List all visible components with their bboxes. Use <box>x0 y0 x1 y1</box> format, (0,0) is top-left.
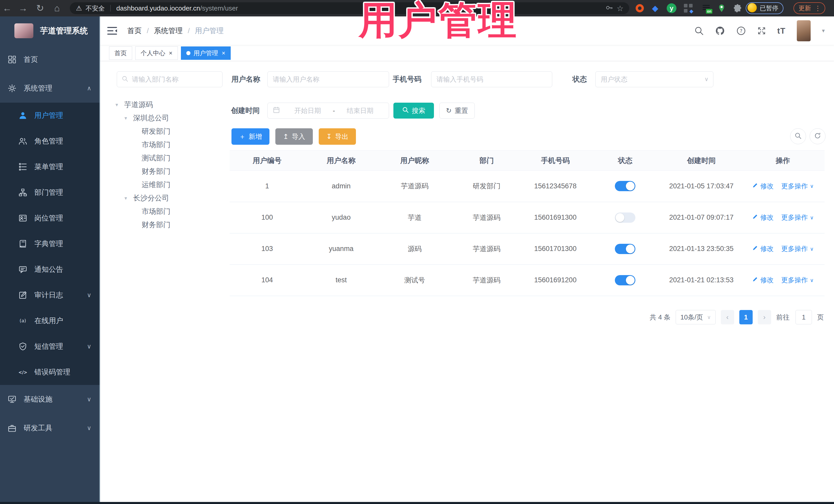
adblock-on-ext[interactable]: on <box>701 3 712 14</box>
date-range-picker[interactable]: 开始日期 - 结束日期 <box>267 103 389 118</box>
cell-user-id: 100 <box>230 202 305 233</box>
view-tab[interactable]: 个人中心 × <box>135 46 178 60</box>
refresh-button[interactable] <box>810 128 826 144</box>
tree-caret-icon[interactable]: ▾ <box>125 195 133 201</box>
bookmark-star-icon[interactable]: ☆ <box>617 4 623 13</box>
tree-node[interactable]: ▾ 财务部门 <box>115 218 223 232</box>
breadcrumb-item[interactable]: 系统管理 <box>154 26 195 36</box>
tree-node[interactable]: ▾ 市场部门 <box>115 205 223 218</box>
address-bar[interactable]: ⚠ 不安全 dashboard.yudao.iocoder.cn/system/… <box>70 2 629 14</box>
dev-tools-icon <box>8 424 17 432</box>
hamburger-icon[interactable] <box>107 26 117 35</box>
status-toggle[interactable] <box>615 244 635 254</box>
browser-reload-icon[interactable]: ↻ <box>33 0 47 17</box>
close-icon[interactable]: × <box>169 49 172 57</box>
tree-node[interactable]: ▾ 测试部门 <box>115 151 223 165</box>
fullscreen-icon[interactable] <box>757 26 766 35</box>
edit-link[interactable]: 修改 <box>752 244 774 253</box>
sidebar-item[interactable]: 字典管理 <box>0 231 100 257</box>
mobile-input[interactable] <box>437 75 547 83</box>
close-icon[interactable]: × <box>222 49 225 57</box>
key-icon[interactable] <box>605 4 613 13</box>
pin-ext[interactable] <box>716 3 727 14</box>
view-tab[interactable]: 用户管理 × <box>181 46 231 60</box>
status-label: 状态 <box>572 71 587 87</box>
edit-link[interactable]: 修改 <box>752 213 774 222</box>
tree-node[interactable]: ▾ 研发部门 <box>115 125 223 138</box>
profile-paused-chip[interactable]: 已暂停 <box>746 2 784 14</box>
username-input[interactable] <box>273 75 383 83</box>
created-label: 创建时间 <box>231 103 260 118</box>
add-button[interactable]: ＋ 新增 <box>232 128 269 145</box>
chevron-down-icon: ∨ <box>707 314 711 320</box>
not-secure-label[interactable]: 不安全 <box>85 4 105 13</box>
current-page-button[interactable]: 1 <box>739 310 753 324</box>
tree-node[interactable]: ▾ 芋道源码 <box>115 98 223 111</box>
tree-caret-icon[interactable]: ▾ <box>115 102 124 108</box>
hide-search-button[interactable] <box>790 128 806 144</box>
tree-node[interactable]: ▾ 运维部门 <box>115 178 223 192</box>
edit-link[interactable]: 修改 <box>752 182 774 191</box>
prev-page-button[interactable]: ‹ <box>721 310 734 324</box>
browser-back-icon[interactable]: ← <box>0 0 14 17</box>
sidebar-item[interactable]: 研发工具 ∨ <box>0 414 100 442</box>
sidebar-item[interactable]: 审计日志 ∨ <box>0 282 100 308</box>
dept-search-input[interactable] <box>132 75 218 83</box>
puzzle-ext[interactable] <box>732 3 743 14</box>
help-icon[interactable]: ? <box>736 26 746 36</box>
more-actions-link[interactable]: 更多操作∨ <box>781 244 814 253</box>
page-size-select[interactable]: 10条/页 ∨ <box>676 310 716 324</box>
sidebar-item[interactable]: 菜单管理 <box>0 154 100 180</box>
tree-caret-icon[interactable]: ▾ <box>125 115 133 121</box>
sidebar-item[interactable]: 通知公告 <box>0 257 100 282</box>
ubuntu-ext[interactable] <box>634 3 645 14</box>
sidebar-item[interactable]: 部门管理 <box>0 180 100 205</box>
search-button[interactable]: 搜索 <box>393 103 434 118</box>
sidebar-item[interactable]: 基础设施 ∨ <box>0 385 100 414</box>
avatar-caret-icon[interactable]: ▾ <box>822 27 825 34</box>
browser-home-icon[interactable]: ⌂ <box>50 0 64 17</box>
status-toggle[interactable] <box>615 181 635 191</box>
sidebar-item[interactable]: 用户管理 <box>0 103 100 128</box>
import-button[interactable]: ↥ 导入 <box>275 128 313 145</box>
sidebar-item[interactable]: 岗位管理 <box>0 205 100 231</box>
browser-menu-dots-icon[interactable]: ⋮ <box>814 4 821 12</box>
sidebar-item[interactable]: </> 错误码管理 <box>0 359 100 385</box>
breadcrumb-item[interactable]: 用户管理 <box>195 26 224 36</box>
github-icon[interactable] <box>715 26 725 36</box>
status-select[interactable]: 用户状态 ∨ <box>595 71 714 87</box>
grid-ext[interactable]: ◆ <box>683 3 694 14</box>
goto-page-input[interactable] <box>795 310 812 324</box>
online-user-icon: (a) <box>19 316 27 325</box>
gem-ext[interactable]: ◆ <box>650 3 661 14</box>
tree-node[interactable]: ▾ 深圳总公司 <box>115 111 223 125</box>
sidebar-item[interactable]: 角色管理 <box>0 128 100 154</box>
more-actions-link[interactable]: 更多操作∨ <box>781 213 814 222</box>
tree-node[interactable]: ▾ 财务部门 <box>115 165 223 178</box>
sidebar-item[interactable]: 系统管理 ∧ <box>0 74 100 103</box>
sidebar-item[interactable]: (a) 在线用户 <box>0 308 100 334</box>
next-page-button[interactable]: › <box>758 310 771 324</box>
tree-node-label: 测试部门 <box>142 153 170 163</box>
search-icon[interactable] <box>694 26 704 36</box>
export-button[interactable]: ↧ 导出 <box>319 128 356 145</box>
user-avatar[interactable] <box>797 20 811 41</box>
more-actions-link[interactable]: 更多操作∨ <box>781 182 814 191</box>
status-toggle[interactable] <box>615 213 635 223</box>
yudao-ext[interactable]: y <box>666 3 677 14</box>
status-toggle[interactable] <box>615 275 635 285</box>
sidebar-item[interactable]: 首页 <box>0 45 100 74</box>
view-tab[interactable]: 首页 × <box>109 46 132 60</box>
font-size-icon[interactable]: tT <box>777 26 786 36</box>
more-actions-link[interactable]: 更多操作∨ <box>781 276 814 285</box>
refresh-icon <box>814 132 821 140</box>
breadcrumb-item[interactable]: 首页 <box>127 26 154 36</box>
browser-forward-icon[interactable]: → <box>16 0 30 17</box>
chrome-update-button[interactable]: 更新 ⋮ <box>793 2 825 14</box>
tree-node[interactable]: ▾ 长沙分公司 <box>115 192 223 205</box>
edit-link[interactable]: 修改 <box>752 276 774 285</box>
url-text[interactable]: dashboard.yudao.iocoder.cn/system/user <box>116 4 238 12</box>
reset-button[interactable]: ↻ 重置 <box>439 103 475 118</box>
tree-node[interactable]: ▾ 市场部门 <box>115 138 223 151</box>
sidebar-item[interactable]: 短信管理 ∨ <box>0 334 100 359</box>
